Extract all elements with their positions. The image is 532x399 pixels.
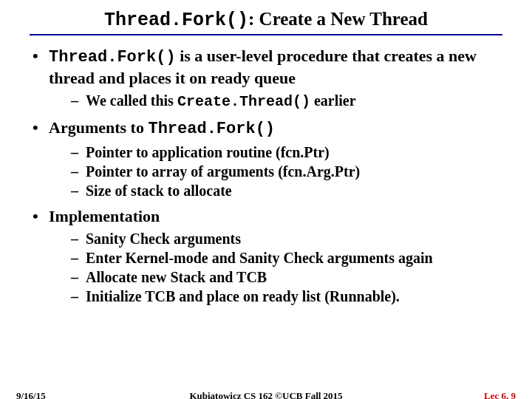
bullet-item: Thread.Fork() is a user-level procedure … [30, 46, 502, 112]
code-text: Thread.Fork() [148, 120, 275, 138]
body-text: earlier [310, 92, 356, 109]
sub-list: Pointer to application routine (fcn.Ptr)… [49, 143, 502, 200]
title-code: Thread.Fork() [104, 10, 248, 31]
body-text: Sanity Check arguments [86, 231, 241, 247]
body-text: Initialize TCB and place on ready list (… [86, 288, 400, 304]
body-text: Pointer to application routine (fcn.Ptr) [86, 144, 330, 160]
body-text: Implementation [49, 207, 160, 225]
body-text: We called this [86, 92, 177, 109]
sub-item: Size of stack to allocate [49, 181, 502, 200]
sub-item: Sanity Check arguments [49, 229, 502, 248]
slide: Thread.Fork(): Create a New Thread Threa… [0, 0, 532, 306]
sub-item: Enter Kernel-mode and Sanity Check argum… [49, 248, 502, 267]
bullet-list: Thread.Fork() is a user-level procedure … [30, 46, 502, 306]
bullet-item: Arguments to Thread.Fork()Pointer to app… [30, 117, 502, 200]
sub-list: We called this Create.Thread() earlier [49, 91, 502, 112]
sub-item: Allocate new Stack and TCB [49, 267, 502, 287]
sub-item: Initialize TCB and place on ready list (… [49, 287, 502, 306]
sub-list: Sanity Check argumentsEnter Kernel-mode … [49, 229, 502, 306]
sub-item: Pointer to array of arguments (fcn.Arg.P… [49, 162, 502, 181]
body-text: Enter Kernel-mode and Sanity Check argum… [86, 250, 433, 266]
sub-item: We called this Create.Thread() earlier [49, 91, 502, 112]
body-text: Allocate new Stack and TCB [86, 269, 267, 285]
sub-item: Pointer to application routine (fcn.Ptr) [49, 143, 502, 162]
code-text: Thread.Fork() [49, 48, 176, 66]
footer-center: Kubiatowicz CS 162 ©UCB Fall 2015 [0, 390, 532, 399]
body-text: Arguments to [49, 118, 148, 137]
code-text: Create.Thread() [177, 93, 310, 110]
title-rest: : Create a New Thread [248, 9, 428, 29]
body-text: Pointer to array of arguments (fcn.Arg.P… [86, 163, 360, 180]
body-text: Size of stack to allocate [86, 183, 232, 199]
slide-title: Thread.Fork(): Create a New Thread [30, 9, 502, 35]
bullet-item: ImplementationSanity Check argumentsEnte… [30, 206, 502, 307]
footer-lec: Lec 6. 9 [484, 390, 516, 399]
